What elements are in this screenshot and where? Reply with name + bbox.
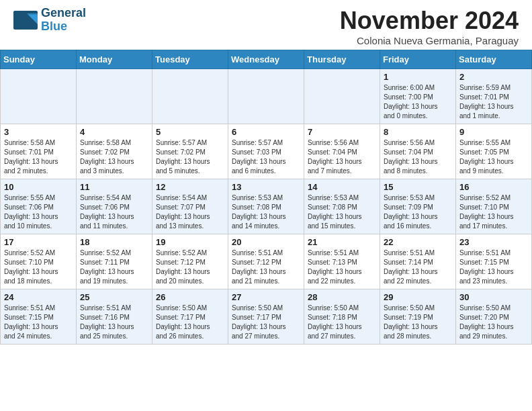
- day-info: Sunrise: 5:58 AM Sunset: 7:01 PM Dayligh…: [4, 138, 73, 176]
- calendar-week-row: 1Sunrise: 6:00 AM Sunset: 7:00 PM Daylig…: [1, 69, 532, 124]
- calendar: SundayMondayTuesdayWednesdayThursdayFrid…: [0, 50, 532, 345]
- calendar-week-row: 24Sunrise: 5:51 AM Sunset: 7:15 PM Dayli…: [1, 289, 532, 345]
- calendar-day-cell: 22Sunrise: 5:51 AM Sunset: 7:14 PM Dayli…: [380, 234, 456, 289]
- day-number: 1: [384, 72, 452, 82]
- day-info: Sunrise: 5:51 AM Sunset: 7:12 PM Dayligh…: [232, 248, 300, 286]
- day-info: Sunrise: 5:52 AM Sunset: 7:10 PM Dayligh…: [4, 248, 73, 286]
- calendar-day-cell: 12Sunrise: 5:54 AM Sunset: 7:07 PM Dayli…: [152, 179, 228, 234]
- day-info: Sunrise: 5:50 AM Sunset: 7:17 PM Dayligh…: [156, 304, 224, 341]
- logo-icon: [13, 11, 38, 30]
- calendar-day-cell: 24Sunrise: 5:51 AM Sunset: 7:15 PM Dayli…: [1, 289, 77, 345]
- calendar-day-cell: 13Sunrise: 5:53 AM Sunset: 7:08 PM Dayli…: [228, 179, 304, 234]
- calendar-day-cell: 3Sunrise: 5:58 AM Sunset: 7:01 PM Daylig…: [1, 124, 77, 179]
- weekday-header: Thursday: [304, 50, 380, 69]
- calendar-empty-cell: [1, 69, 77, 124]
- day-number: 5: [156, 127, 224, 137]
- day-number: 16: [459, 182, 528, 192]
- day-number: 21: [308, 237, 376, 247]
- day-number: 6: [232, 127, 300, 137]
- calendar-day-cell: 5Sunrise: 5:57 AM Sunset: 7:02 PM Daylig…: [152, 124, 228, 179]
- calendar-day-cell: 25Sunrise: 5:51 AM Sunset: 7:16 PM Dayli…: [77, 289, 152, 345]
- calendar-day-cell: 27Sunrise: 5:50 AM Sunset: 7:17 PM Dayli…: [228, 289, 304, 345]
- day-info: Sunrise: 5:52 AM Sunset: 7:10 PM Dayligh…: [459, 193, 528, 231]
- day-info: Sunrise: 5:54 AM Sunset: 7:06 PM Dayligh…: [80, 193, 148, 231]
- day-number: 3: [4, 127, 73, 137]
- calendar-day-cell: 6Sunrise: 5:57 AM Sunset: 7:03 PM Daylig…: [228, 124, 304, 179]
- day-number: 22: [384, 237, 452, 247]
- title-section: November 2024 Colonia Nueva Germania, Pa…: [340, 7, 519, 46]
- calendar-empty-cell: [77, 69, 152, 124]
- weekday-header: Friday: [380, 50, 456, 69]
- day-info: Sunrise: 5:56 AM Sunset: 7:04 PM Dayligh…: [384, 138, 452, 176]
- calendar-day-cell: 14Sunrise: 5:53 AM Sunset: 7:08 PM Dayli…: [304, 179, 380, 234]
- calendar-day-cell: 1Sunrise: 6:00 AM Sunset: 7:00 PM Daylig…: [380, 69, 456, 124]
- month-title: November 2024: [340, 7, 519, 35]
- calendar-day-cell: 16Sunrise: 5:52 AM Sunset: 7:10 PM Dayli…: [456, 179, 532, 234]
- day-number: 17: [4, 237, 73, 247]
- day-info: Sunrise: 5:58 AM Sunset: 7:02 PM Dayligh…: [80, 138, 148, 176]
- page-container: General Blue November 2024 Colonia Nueva…: [0, 0, 532, 345]
- calendar-empty-cell: [152, 69, 228, 124]
- calendar-day-cell: 4Sunrise: 5:58 AM Sunset: 7:02 PM Daylig…: [77, 124, 152, 179]
- day-number: 8: [384, 127, 452, 137]
- calendar-day-cell: 8Sunrise: 5:56 AM Sunset: 7:04 PM Daylig…: [380, 124, 456, 179]
- weekday-header: Monday: [77, 50, 152, 69]
- logo: General Blue: [13, 7, 86, 34]
- day-info: Sunrise: 5:55 AM Sunset: 7:06 PM Dayligh…: [4, 193, 73, 231]
- day-info: Sunrise: 5:51 AM Sunset: 7:13 PM Dayligh…: [308, 248, 376, 286]
- day-info: Sunrise: 5:54 AM Sunset: 7:07 PM Dayligh…: [156, 193, 224, 231]
- day-number: 4: [80, 127, 148, 137]
- day-info: Sunrise: 5:53 AM Sunset: 7:08 PM Dayligh…: [232, 193, 300, 231]
- day-info: Sunrise: 5:55 AM Sunset: 7:05 PM Dayligh…: [459, 138, 528, 176]
- day-number: 24: [4, 292, 73, 302]
- day-info: Sunrise: 5:57 AM Sunset: 7:02 PM Dayligh…: [156, 138, 224, 176]
- day-info: Sunrise: 5:57 AM Sunset: 7:03 PM Dayligh…: [232, 138, 300, 176]
- day-number: 25: [80, 292, 148, 302]
- day-number: 2: [459, 72, 528, 82]
- calendar-empty-cell: [228, 69, 304, 124]
- page-header: General Blue November 2024 Colonia Nueva…: [0, 0, 532, 50]
- day-number: 30: [459, 292, 528, 302]
- day-info: Sunrise: 5:53 AM Sunset: 7:09 PM Dayligh…: [384, 193, 452, 231]
- calendar-day-cell: 11Sunrise: 5:54 AM Sunset: 7:06 PM Dayli…: [77, 179, 152, 234]
- calendar-day-cell: 29Sunrise: 5:50 AM Sunset: 7:19 PM Dayli…: [380, 289, 456, 345]
- day-number: 26: [156, 292, 224, 302]
- calendar-week-row: 10Sunrise: 5:55 AM Sunset: 7:06 PM Dayli…: [1, 179, 532, 234]
- day-info: Sunrise: 5:52 AM Sunset: 7:12 PM Dayligh…: [156, 248, 224, 286]
- day-number: 15: [384, 182, 452, 192]
- day-info: Sunrise: 5:51 AM Sunset: 7:16 PM Dayligh…: [80, 304, 148, 341]
- day-info: Sunrise: 5:50 AM Sunset: 7:17 PM Dayligh…: [232, 304, 300, 341]
- calendar-day-cell: 2Sunrise: 5:59 AM Sunset: 7:01 PM Daylig…: [456, 69, 532, 124]
- calendar-day-cell: 28Sunrise: 5:50 AM Sunset: 7:18 PM Dayli…: [304, 289, 380, 345]
- weekday-header: Tuesday: [152, 50, 228, 69]
- day-number: 7: [308, 127, 376, 137]
- weekday-header: Wednesday: [228, 50, 304, 69]
- day-number: 29: [384, 292, 452, 302]
- day-number: 18: [80, 237, 148, 247]
- weekday-header: Sunday: [1, 50, 77, 69]
- location: Colonia Nueva Germania, Paraguay: [340, 35, 519, 46]
- calendar-day-cell: 20Sunrise: 5:51 AM Sunset: 7:12 PM Dayli…: [228, 234, 304, 289]
- day-info: Sunrise: 5:50 AM Sunset: 7:20 PM Dayligh…: [459, 304, 528, 341]
- day-number: 12: [156, 182, 224, 192]
- day-info: Sunrise: 5:52 AM Sunset: 7:11 PM Dayligh…: [80, 248, 148, 286]
- day-number: 10: [4, 182, 73, 192]
- calendar-day-cell: 7Sunrise: 5:56 AM Sunset: 7:04 PM Daylig…: [304, 124, 380, 179]
- calendar-day-cell: 26Sunrise: 5:50 AM Sunset: 7:17 PM Dayli…: [152, 289, 228, 345]
- calendar-week-row: 3Sunrise: 5:58 AM Sunset: 7:01 PM Daylig…: [1, 124, 532, 179]
- calendar-day-cell: 23Sunrise: 5:51 AM Sunset: 7:15 PM Dayli…: [456, 234, 532, 289]
- day-info: Sunrise: 5:53 AM Sunset: 7:08 PM Dayligh…: [308, 193, 376, 231]
- day-number: 13: [232, 182, 300, 192]
- logo-text: General Blue: [41, 7, 86, 34]
- calendar-day-cell: 9Sunrise: 5:55 AM Sunset: 7:05 PM Daylig…: [456, 124, 532, 179]
- calendar-day-cell: 19Sunrise: 5:52 AM Sunset: 7:12 PM Dayli…: [152, 234, 228, 289]
- day-info: Sunrise: 6:00 AM Sunset: 7:00 PM Dayligh…: [384, 83, 452, 121]
- calendar-day-cell: 10Sunrise: 5:55 AM Sunset: 7:06 PM Dayli…: [1, 179, 77, 234]
- day-info: Sunrise: 5:59 AM Sunset: 7:01 PM Dayligh…: [459, 83, 528, 121]
- calendar-day-cell: 15Sunrise: 5:53 AM Sunset: 7:09 PM Dayli…: [380, 179, 456, 234]
- day-number: 14: [308, 182, 376, 192]
- day-info: Sunrise: 5:51 AM Sunset: 7:14 PM Dayligh…: [384, 248, 452, 286]
- day-number: 27: [232, 292, 300, 302]
- day-info: Sunrise: 5:51 AM Sunset: 7:15 PM Dayligh…: [459, 248, 528, 286]
- day-number: 9: [459, 127, 528, 137]
